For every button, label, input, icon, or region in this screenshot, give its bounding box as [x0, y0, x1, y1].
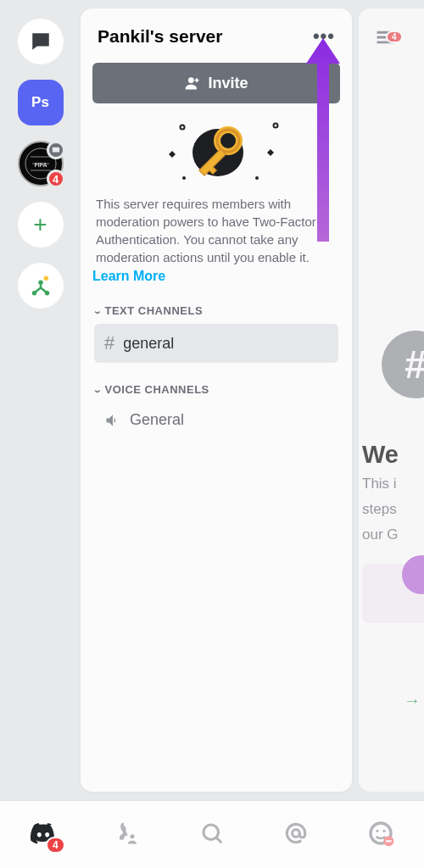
server-discovery-button[interactable] — [18, 263, 64, 309]
chevron-down-icon: ⌄ — [92, 306, 103, 315]
svg-point-19 — [383, 829, 386, 832]
emoji-status-icon — [367, 820, 394, 847]
ellipsis-icon: ••• — [313, 25, 335, 47]
speech-bubble-icon — [30, 31, 52, 53]
welcome-line3: our G — [362, 525, 424, 545]
welcome-line1: This i — [362, 474, 424, 494]
category-label: VOICE CHANNELS — [105, 383, 209, 396]
invite-label: Invite — [208, 75, 248, 92]
phone-person-icon — [115, 821, 141, 846]
direct-messages-button[interactable] — [18, 19, 64, 64]
channel-name: general — [123, 335, 174, 353]
plus-icon: + — [33, 211, 47, 238]
tab-home[interactable]: 4 — [30, 820, 57, 850]
channel-name: General — [130, 411, 184, 429]
tab-home-badge: 4 — [46, 837, 65, 854]
content-peek: 4 # We This i steps our G → — [359, 8, 424, 792]
tab-profile[interactable] — [367, 820, 394, 850]
server-fifa[interactable]: FIFA 4 — [18, 141, 64, 186]
menu-button[interactable]: 4 — [374, 25, 398, 53]
tab-mentions[interactable] — [283, 821, 309, 849]
search-icon — [199, 821, 225, 846]
server-menu-button[interactable]: ••• — [313, 25, 335, 47]
text-channels-category[interactable]: ⌄ TEXT CHANNELS — [94, 304, 338, 317]
wave-icon — [402, 555, 424, 594]
category-label: TEXT CHANNELS — [105, 304, 204, 317]
channel-panel: Pankil's server ••• Invite Thi — [81, 8, 352, 792]
svg-point-4 — [38, 281, 43, 286]
channel-general-voice[interactable]: General — [94, 403, 338, 437]
bottom-tab-bar: 4 — [0, 800, 424, 868]
learn-more-link[interactable]: Learn More — [92, 269, 165, 284]
chevron-down-icon: ⌄ — [92, 385, 103, 394]
server-initials: Ps — [31, 94, 49, 111]
svg-point-10 — [182, 176, 186, 180]
menu-badge: 4 — [386, 31, 403, 43]
hash-icon: # — [104, 332, 114, 354]
server-pankils[interactable]: Ps — [18, 80, 64, 125]
tab-friends[interactable] — [115, 821, 141, 849]
svg-point-7 — [188, 77, 194, 83]
channel-hash-icon: # — [382, 331, 424, 398]
invite-button[interactable]: Invite — [92, 63, 340, 103]
svg-text:FIFA: FIFA — [34, 162, 47, 168]
welcome-title: We — [362, 441, 424, 469]
mfa-notice-text: This server requires members with modera… — [92, 195, 340, 266]
at-icon — [283, 821, 309, 846]
screen-icon — [47, 141, 65, 159]
welcome-line2: steps — [362, 499, 424, 520]
tab-search[interactable] — [199, 821, 225, 849]
next-arrow-icon: → — [404, 691, 421, 710]
svg-rect-0 — [52, 147, 59, 153]
onboarding-card[interactable] — [362, 564, 424, 623]
hub-icon — [28, 273, 53, 298]
svg-point-9 — [274, 124, 278, 128]
svg-point-8 — [181, 125, 185, 130]
svg-point-11 — [255, 176, 259, 180]
channel-general-text[interactable]: # general — [94, 324, 338, 363]
server-title: Pankil's server — [98, 26, 222, 47]
svg-point-18 — [377, 829, 379, 832]
add-server-button[interactable]: + — [18, 202, 64, 248]
speaker-icon — [104, 412, 121, 429]
svg-rect-21 — [386, 840, 392, 842]
svg-point-3 — [43, 276, 48, 281]
notification-badge: 4 — [47, 170, 65, 188]
svg-point-15 — [204, 825, 219, 840]
user-plus-icon — [184, 75, 201, 92]
server-rail: Ps FIFA 4 + — [0, 0, 81, 800]
mfa-illustration — [92, 117, 340, 185]
voice-channels-category[interactable]: ⌄ VOICE CHANNELS — [94, 383, 338, 396]
